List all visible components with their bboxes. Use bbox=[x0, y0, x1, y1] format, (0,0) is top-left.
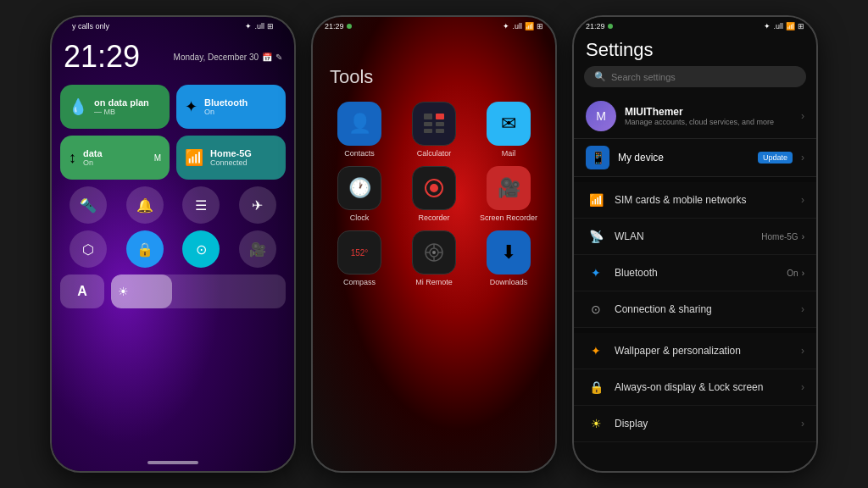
signal-icon: .ull bbox=[254, 22, 264, 30]
device-icon: 📱 bbox=[586, 146, 609, 169]
mail-icon: ✉ bbox=[487, 102, 531, 146]
tools-label: Tools bbox=[313, 32, 555, 102]
settings-search-bar[interactable]: 🔍 Search settings bbox=[584, 66, 806, 87]
app-mi-remote[interactable]: Mi Remote bbox=[401, 230, 467, 286]
screen-recorder-icon: 🎥 bbox=[487, 166, 531, 210]
a-button[interactable]: A bbox=[60, 274, 104, 308]
app-contacts[interactable]: 👤 Contacts bbox=[326, 102, 392, 158]
connection-chevron: › bbox=[801, 303, 804, 315]
mi-remote-icon bbox=[412, 230, 456, 274]
update-badge[interactable]: Update bbox=[758, 152, 793, 164]
bluetooth-tile-icon: ✦ bbox=[185, 97, 198, 116]
settings-item-wallpaper[interactable]: ✦ Wallpaper & personalization › bbox=[574, 333, 816, 369]
status-bar-2: 21:29 ✦ .ull 📶 ⊞ bbox=[313, 17, 555, 32]
connection-text: Connection & sharing bbox=[615, 303, 793, 315]
bluetooth-status-icon: ✦ bbox=[245, 22, 252, 30]
settings-screen: 21:29 ✦ .ull 📶 ⊞ Settings 🔍 Search setti… bbox=[574, 17, 816, 471]
bluetooth-tile[interactable]: ✦ Bluetooth On bbox=[176, 85, 286, 129]
dot-green-2 bbox=[347, 24, 352, 29]
my-device-row[interactable]: 📱 My device Update › bbox=[574, 139, 816, 177]
nfc-btn[interactable]: ⊙ bbox=[182, 230, 220, 268]
settings-item-always-on[interactable]: 🔒 Always-on display & Lock screen › bbox=[574, 369, 816, 406]
svg-rect-3 bbox=[436, 122, 444, 126]
mobile-data-text: data On bbox=[83, 148, 103, 167]
bluetooth-icon-2: ✦ bbox=[503, 22, 509, 30]
data-plan-tile[interactable]: 💧 on data plan — MB bbox=[60, 85, 170, 129]
compass-icon: 152° bbox=[337, 230, 381, 274]
mobile-data-icon: ↕ bbox=[69, 149, 76, 167]
settings-item-display[interactable]: ☀ Display › bbox=[574, 406, 816, 442]
video-btn[interactable]: 🎥 bbox=[239, 230, 276, 268]
settings-item-connection[interactable]: ⊙ Connection & sharing › bbox=[574, 291, 816, 328]
wifi-settings-icon: 📡 bbox=[589, 230, 604, 243]
always-on-chevron: › bbox=[801, 381, 804, 393]
signal-2: .ull bbox=[512, 22, 522, 30]
settings-item-bluetooth[interactable]: ✦ Bluetooth On › bbox=[574, 255, 816, 291]
search-placeholder: Search settings bbox=[611, 72, 676, 82]
connection-icon: ⊙ bbox=[586, 299, 606, 319]
icon-row-2: ⬡ 🔒 ⊙ 🎥 bbox=[60, 230, 286, 268]
app-screen-recorder[interactable]: 🎥 Screen Recorder bbox=[476, 166, 542, 222]
cc-time: 21:29 bbox=[64, 39, 140, 75]
notification-btn[interactable]: 🔔 bbox=[126, 186, 164, 224]
svg-rect-4 bbox=[424, 129, 432, 133]
wlan-chevron: › bbox=[802, 232, 804, 241]
app-clock[interactable]: 🕐 Clock bbox=[326, 166, 392, 222]
data-plan-icon: 💧 bbox=[69, 97, 87, 116]
status-icons-3: ✦ .ull 📶 ⊞ bbox=[764, 22, 804, 30]
bottom-row: A ☀ bbox=[60, 274, 286, 308]
bluetooth-settings-icon: ✦ bbox=[586, 263, 606, 283]
profile-name: MIUIThemer bbox=[625, 106, 793, 118]
app-downloads[interactable]: ⬇ Downloads bbox=[476, 230, 542, 286]
home-indicator[interactable] bbox=[147, 461, 198, 464]
display-text: Display bbox=[615, 418, 793, 430]
clock-icon: 🕐 bbox=[337, 166, 381, 210]
icon-row-1: 🔦 🔔 ☰ ✈ bbox=[60, 186, 286, 224]
downloads-icon: ⬇ bbox=[487, 230, 531, 274]
wallpaper-text: Wallpaper & personalization bbox=[615, 345, 793, 357]
svg-rect-0 bbox=[424, 114, 432, 119]
wallpaper-icon-el: ✦ bbox=[586, 341, 606, 361]
sig-3: .ull bbox=[773, 22, 783, 30]
bluetooth-tile-text: Bluetooth On bbox=[204, 97, 248, 116]
search-icon: 🔍 bbox=[594, 71, 606, 82]
location-btn[interactable]: ⬡ bbox=[70, 230, 107, 268]
sim-text: SIM cards & mobile networks bbox=[615, 194, 793, 206]
status-icons-1: ✦ .ull ⊞ bbox=[245, 22, 274, 30]
svg-point-8 bbox=[432, 251, 436, 254]
cc-date-row: 21:29 Monday, December 30 📅 ✎ bbox=[64, 39, 282, 75]
flashlight-btn[interactable]: 🔦 bbox=[70, 186, 107, 224]
calendar-icon[interactable]: 📅 bbox=[262, 53, 272, 62]
airplane-btn[interactable]: ✈ bbox=[239, 186, 276, 224]
bluetooth-right: On › bbox=[787, 269, 804, 278]
time-3: 21:29 bbox=[586, 22, 605, 30]
app-mail[interactable]: ✉ Mail bbox=[476, 102, 542, 158]
wifi-tile[interactable]: 📶 Home-5G Connected bbox=[176, 136, 286, 180]
focus-btn[interactable]: 🔒 bbox=[126, 230, 164, 268]
app-calculator[interactable]: Calculator bbox=[401, 102, 467, 158]
svg-rect-2 bbox=[424, 122, 432, 126]
apps-grid: 👤 Contacts Calculator bbox=[313, 102, 555, 286]
settings-profile[interactable]: M MIUIThemer Manage accounts, cloud serv… bbox=[574, 94, 816, 139]
profile-chevron: › bbox=[801, 110, 804, 122]
status-bar-1: y calls only ✦ .ull ⊞ bbox=[60, 17, 286, 32]
phone-3-screen: 21:29 ✦ .ull 📶 ⊞ Settings 🔍 Search setti… bbox=[574, 17, 816, 471]
bluetooth-chevron: › bbox=[802, 269, 804, 278]
brightness-slider[interactable]: ☀ bbox=[111, 274, 286, 308]
settings-item-sim[interactable]: 📶 SIM cards & mobile networks › bbox=[574, 182, 816, 219]
bt-icon-3: ✦ bbox=[764, 22, 771, 30]
quick-tiles-grid: 💧 on data plan — MB ✦ Bluetooth On ↕ bbox=[60, 85, 286, 180]
wifi-3: 📶 bbox=[786, 22, 795, 30]
settings-item-wlan[interactable]: 📡 WLAN Home-5G › bbox=[574, 219, 816, 255]
app-compass[interactable]: 152° Compass bbox=[326, 230, 392, 286]
app-recorder[interactable]: Recorder bbox=[401, 166, 467, 222]
status-icons-2: ✦ .ull 📶 ⊞ bbox=[503, 22, 543, 30]
my-device-label: My device bbox=[618, 152, 749, 164]
cast-btn[interactable]: ☰ bbox=[182, 186, 220, 224]
wifi-2: 📶 bbox=[525, 22, 534, 30]
wallpaper-chevron: › bbox=[801, 345, 804, 357]
bluetooth-text: Bluetooth bbox=[615, 267, 778, 279]
mobile-data-tile[interactable]: ↕ data On M bbox=[60, 136, 170, 180]
calculator-icon bbox=[412, 102, 456, 146]
edit-icon[interactable]: ✎ bbox=[275, 53, 282, 62]
